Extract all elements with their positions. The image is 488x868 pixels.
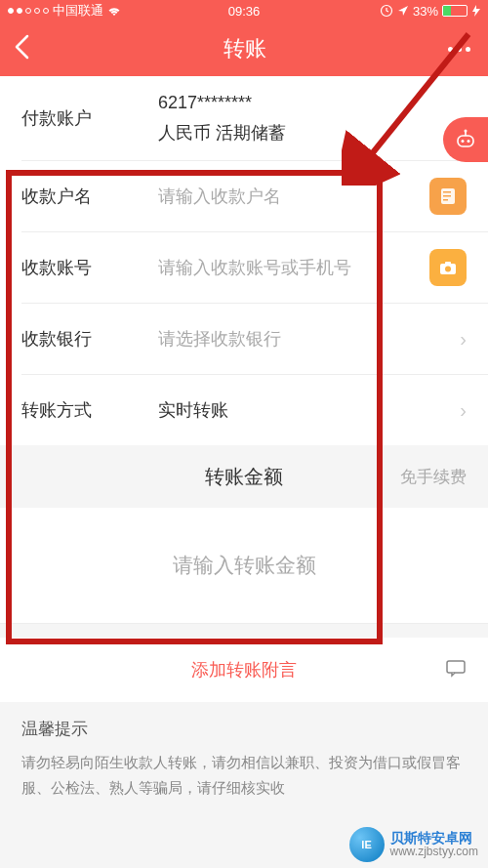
- transfer-method-row[interactable]: 转账方式 实时转账 ›: [0, 375, 488, 445]
- method-value: 实时转账: [119, 398, 452, 422]
- payee-bank-select[interactable]: 请选择收款银行: [119, 327, 452, 351]
- payer-account-sub: 人民币 活期储蓄: [158, 121, 467, 145]
- status-right: 33%: [380, 4, 480, 19]
- method-label: 转账方式: [21, 398, 119, 422]
- svg-point-7: [445, 267, 451, 272]
- add-note-row[interactable]: 添加转账附言: [0, 638, 488, 702]
- svg-rect-9: [458, 136, 473, 146]
- robot-icon: [453, 127, 478, 152]
- battery-pct: 33%: [413, 4, 438, 19]
- svg-point-13: [465, 130, 468, 133]
- payee-name-input[interactable]: 请输入收款户名: [119, 185, 420, 208]
- amount-input[interactable]: 请输入转账金额: [0, 508, 488, 623]
- svg-rect-3: [443, 195, 451, 197]
- content: 付款账户 6217******** 人民币 活期储蓄 收款户名 请输入收款户名 …: [0, 76, 488, 800]
- payer-account-row[interactable]: 付款账户 6217******** 人民币 活期储蓄: [0, 76, 488, 160]
- message-icon: [445, 657, 467, 682]
- payee-acct-label: 收款账号: [21, 256, 119, 279]
- camera-button[interactable]: [429, 249, 467, 286]
- watermark-logo: IE: [349, 827, 385, 862]
- more-button[interactable]: [448, 47, 474, 52]
- battery-icon: [442, 5, 468, 17]
- payee-bank-row[interactable]: 收款银行 请选择收款银行 ›: [0, 304, 488, 374]
- chevron-right-icon: ›: [452, 399, 467, 422]
- tip-block: 温馨提示 请勿轻易向陌生收款人转账，请勿相信以兼职、投资为借口或假冒客服、公检法…: [0, 702, 488, 800]
- nav-bar: 转账: [0, 21, 488, 76]
- svg-rect-6: [445, 262, 451, 265]
- payee-name-row[interactable]: 收款户名 请输入收款户名: [0, 161, 488, 231]
- payer-label: 付款账户: [21, 106, 119, 130]
- add-note-link[interactable]: 添加转账附言: [191, 658, 297, 682]
- payee-acct-row[interactable]: 收款账号 请输入收款账号或手机号: [0, 232, 488, 303]
- payee-bank-label: 收款银行: [21, 327, 119, 351]
- assistant-button[interactable]: [443, 117, 488, 162]
- location-icon: [397, 5, 409, 17]
- chevron-right-icon: ›: [452, 328, 467, 351]
- contacts-button[interactable]: [429, 178, 467, 215]
- carrier-label: 中国联通: [53, 2, 103, 20]
- payee-name-label: 收款户名: [21, 185, 119, 208]
- svg-point-11: [468, 140, 470, 143]
- status-left: 中国联通: [8, 2, 121, 20]
- payer-account-number: 6217********: [158, 93, 252, 112]
- amount-header: 转账金额 免手续费: [0, 445, 488, 508]
- fee-free-label: 免手续费: [379, 466, 467, 488]
- amount-title: 转账金额: [109, 464, 379, 490]
- svg-rect-8: [447, 661, 465, 673]
- back-button[interactable]: [14, 34, 41, 63]
- watermark-line1: 贝斯特安卓网: [390, 831, 478, 846]
- payee-acct-input[interactable]: 请输入收款账号或手机号: [119, 256, 420, 279]
- camera-icon: [437, 257, 459, 278]
- nav-title: 转账: [41, 34, 448, 63]
- tip-title: 温馨提示: [21, 718, 467, 740]
- status-time: 09:36: [228, 4, 261, 19]
- rotation-lock-icon: [380, 4, 393, 18]
- status-bar: 中国联通 09:36 33%: [0, 0, 488, 21]
- signal-dots: [8, 8, 49, 14]
- contacts-icon: [438, 186, 458, 206]
- wifi-icon: [107, 6, 121, 17]
- watermark-line2: www.zjbstyy.com: [390, 846, 478, 858]
- watermark: IE 贝斯特安卓网 www.zjbstyy.com: [349, 827, 478, 862]
- charging-icon: [472, 5, 480, 17]
- svg-point-10: [462, 140, 465, 143]
- svg-rect-2: [443, 191, 451, 193]
- tip-body: 请勿轻易向陌生收款人转账，请勿相信以兼职、投资为借口或假冒客服、公检法、熟人等骗…: [21, 750, 467, 800]
- svg-rect-4: [443, 199, 448, 201]
- payer-value: 6217******** 人民币 活期储蓄: [119, 93, 467, 145]
